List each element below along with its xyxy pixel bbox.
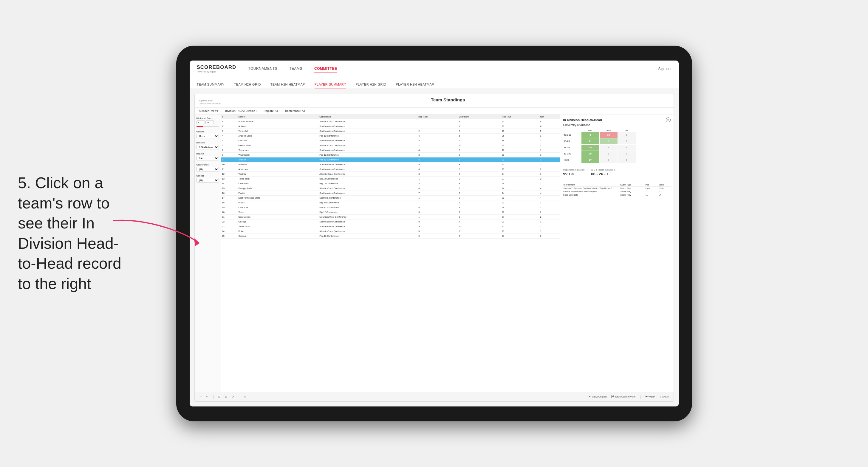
share-button[interactable]: ⎘ Share (659, 395, 670, 399)
fit-button[interactable]: ⤢ (231, 395, 235, 399)
tablet-device: SCOREBOARD Powered by clippd TOURNAMENTS… (176, 45, 692, 422)
table-row[interactable]: 1North CarolinaAtlantic Coast Conference… (221, 119, 560, 124)
update-datetime: 27/03/2024 16:56:26 (199, 102, 221, 105)
filter-min-input[interactable] (196, 121, 205, 124)
table-row[interactable]: 9ArizonaPac-12 Conference58233 (221, 157, 560, 162)
table-row[interactable]: 8WashingtonPac-12 Conference28231 (221, 152, 560, 157)
table-row[interactable]: 24DukeAtlantic Coast Conference59271 (221, 229, 560, 234)
table-row[interactable]: 25OregonPac-12 Conference57210 (221, 234, 560, 238)
filter-gender: Gender: Men's (199, 110, 218, 113)
tab-team-h2h-grid[interactable]: TEAM H2H GRID (234, 83, 261, 89)
col-rds-tour: Rds Tour (501, 115, 539, 119)
zoom-in-button[interactable]: ⊞ (224, 395, 228, 399)
table-row[interactable]: 17East Tennessee StateSouthern Conferenc… (221, 195, 560, 200)
table-cell: Mountain West Conference (318, 214, 417, 219)
tab-player-summary[interactable]: PLAYER SUMMARY (315, 83, 346, 89)
h2h-row-1125: 11-25 11 8 0 (563, 138, 671, 144)
table-cell: Atlantic Coast Conference (318, 186, 417, 191)
nav-committee[interactable]: COMMITTEE (314, 65, 337, 72)
filter-conference-value: All (302, 110, 305, 113)
h2h-win-2650: 25 (582, 145, 599, 151)
table-cell: Big Ten Conference (318, 200, 417, 205)
table-row[interactable]: 18IllinoisBig Ten Conference19231 (221, 200, 560, 205)
nav-tournaments[interactable]: TOURNAMENTS (248, 65, 277, 72)
sign-out-button[interactable]: Sign out (653, 67, 671, 71)
table-cell: 2 (539, 167, 560, 172)
filter-region-section: Region N/A (196, 152, 219, 160)
table-cell: 2 (539, 205, 560, 210)
filter-gender-select[interactable]: Men's (196, 134, 219, 138)
h2h-header: In Division Head-to-Head × (563, 118, 671, 122)
table-row[interactable]: 5Ole MissSoutheastern Conference36181 (221, 138, 560, 143)
table-cell: 8 (458, 167, 501, 172)
table-row[interactable]: 6Florida StateAtlantic Coast Conference2… (221, 143, 560, 148)
table-row[interactable]: 7TennesseeSoutheastern Conference46181 (221, 148, 560, 152)
table-cell: 1 (417, 176, 457, 181)
left-panel: Minimum Rou... (195, 115, 560, 392)
filter-min-rounds: Minimum Rou... (196, 117, 219, 127)
col-tournament: Tournament (563, 184, 619, 186)
undo-button[interactable]: ↩ (198, 395, 203, 399)
tab-player-h2h-heatmap[interactable]: PLAYER H2H HEATMAP (396, 83, 434, 89)
filter-conference-select[interactable]: (All) (196, 167, 219, 172)
table-cell: 3 (539, 157, 560, 162)
table-row[interactable]: 20TexasBig 12 Conference37202 (221, 210, 560, 214)
tournament-row-2[interactable]: Arizona Thunderbirds Intercollegiate Str… (563, 191, 671, 193)
table-row[interactable]: 21New MexicoMountain West Conference1927… (221, 214, 560, 219)
table-cell: Southeastern Conference (318, 191, 417, 195)
tab-team-h2h-heatmap[interactable]: TEAM H2H HEATMAP (271, 83, 305, 89)
table-cell: 27 (501, 124, 539, 128)
table-cell: 8 (458, 128, 501, 133)
toolbar-right: 👁 View: Original 💾 Save Custom View 👁 Wa… (587, 395, 670, 399)
view-original-button[interactable]: 👁 View: Original (587, 395, 608, 399)
table-row[interactable]: 11ArkansasSoutheastern Conference68232 (221, 167, 560, 172)
filter-gender-section: Gender Men's (196, 130, 219, 138)
table-cell: Pac-12 Conference (318, 157, 417, 162)
table-row[interactable]: 12VirginiaAtlantic Coast Conference38241 (221, 172, 560, 176)
table-row[interactable]: 3VanderbiltSoutheastern Conference28295 (221, 128, 560, 133)
table-row[interactable]: 10AlabamaSoutheastern Conference58233 (221, 162, 560, 167)
tournament-row-3[interactable]: Cabo Collegiate Stroke Play 11 17 (563, 194, 671, 196)
table-row[interactable]: 23Texas A&MSoutheastern Conference910211 (221, 224, 560, 229)
table-cell: 1 (417, 195, 457, 200)
tournament-row-1[interactable]: Jackson T. Stephens Cup Men's Match Play… (563, 187, 671, 189)
filter-division-select[interactable]: NCAA Division I (196, 145, 219, 149)
col-conference: Conference (318, 115, 417, 119)
h2h-win-51100: 20 (582, 151, 599, 157)
tab-team-summary[interactable]: TEAM SUMMARY (197, 83, 224, 89)
table-cell: 7 (417, 191, 457, 195)
table-row[interactable]: 13Texas TechBig 12 Conference19272 (221, 176, 560, 181)
wlt-stat: W-L-T record in-division: 86 - 26 - 1 (591, 168, 615, 176)
nav-teams[interactable]: TEAMS (289, 65, 302, 72)
filters-sidebar: Minimum Rou... (195, 115, 221, 392)
filter-max-input[interactable] (206, 121, 214, 124)
table-cell: 10 (221, 162, 237, 167)
toolbar-divider-2 (239, 395, 239, 399)
table-cell: 10 (458, 224, 501, 229)
table-cell: 7 (458, 234, 501, 238)
table-row[interactable]: 4Arizona StatePac-12 Conference46261 (221, 133, 560, 138)
watch-button[interactable]: 👁 Watch (644, 395, 656, 399)
table-cell: Pac-12 Conference (318, 133, 417, 138)
filter-school-select[interactable]: (All) (196, 178, 219, 183)
filter-region-select[interactable]: N/A (196, 156, 219, 160)
filter-division-section: Division NCAA Division I (196, 142, 219, 149)
h2h-close-button[interactable]: × (666, 118, 671, 122)
table-cell: 12 (221, 172, 237, 176)
table-row[interactable]: 2AuburnSoutheastern Conference19276 (221, 124, 560, 128)
table-cell: 6 (417, 167, 457, 172)
clock-button[interactable]: ⏱ (243, 395, 247, 399)
watch-label: Watch (649, 396, 655, 398)
table-cell: Atlantic Coast Conference (318, 172, 417, 176)
table-cell: New Mexico (237, 214, 318, 219)
save-custom-button[interactable]: 💾 Save Custom View (610, 395, 636, 399)
table-row[interactable]: 22GeorgiaSoutheastern Conference87211 (221, 219, 560, 224)
table-row[interactable]: 14OklahomaBig 12 Conference38242 (221, 181, 560, 186)
table-cell: 5 (417, 157, 457, 162)
table-row[interactable]: 15Georgia TechAtlantic Coast Conference4… (221, 186, 560, 191)
tab-player-h2h-grid[interactable]: PLAYER H2H GRID (356, 83, 386, 89)
redo-button[interactable]: ↪ (205, 395, 210, 399)
table-row[interactable]: 16FloridaSoutheastern Conference79244 (221, 191, 560, 195)
zoom-out-button[interactable]: ⊟ (217, 395, 221, 399)
table-row[interactable]: 19CaliforniaPac-12 Conference48242 (221, 205, 560, 210)
